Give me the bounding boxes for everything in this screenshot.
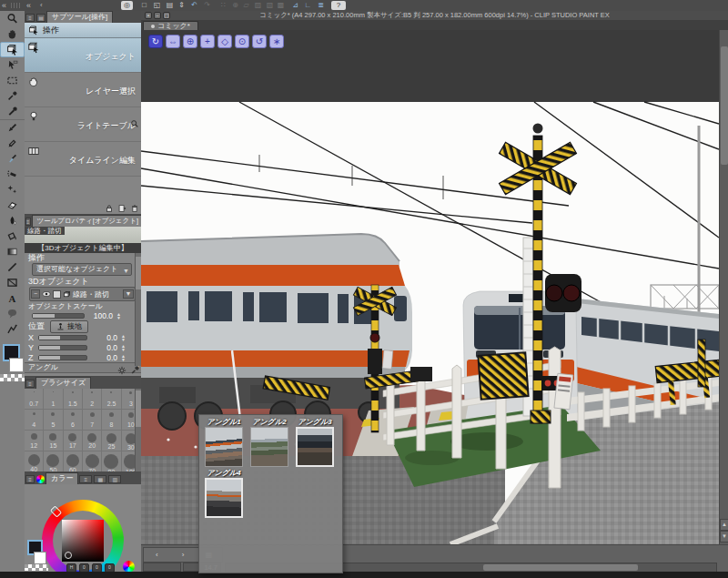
y-slider[interactable] <box>38 345 87 350</box>
collapse-panel-icon[interactable]: « <box>26 0 31 11</box>
object-checkbox[interactable] <box>53 290 61 299</box>
mesh-icon[interactable]: ▩ <box>275 1 287 10</box>
y-stepper[interactable]: ▲▼ <box>121 344 126 351</box>
tool-pen[interactable] <box>0 119 25 136</box>
lasso-icon[interactable]: ▱ <box>240 1 252 10</box>
object-settings-icon[interactable]: ∗ <box>269 35 284 48</box>
background-color-swatch[interactable] <box>34 552 46 564</box>
tool-eyedropper[interactable] <box>0 104 25 119</box>
tool-select-layer[interactable] <box>0 57 25 73</box>
brush-size-cell[interactable]: 40 <box>25 451 44 472</box>
z-stepper[interactable]: ▲▼ <box>121 354 126 361</box>
tool-airbrush[interactable] <box>0 167 25 182</box>
brush-size-cell[interactable]: 12 <box>25 431 44 451</box>
scatter-icon[interactable]: ∷ <box>217 1 229 10</box>
brush-size-cell[interactable]: 60 <box>64 451 83 472</box>
tool-text[interactable]: A <box>0 290 25 306</box>
scale-slider[interactable] <box>32 313 85 319</box>
selectable-object-dropdown[interactable]: 選択可能なオブジェクト ▼ <box>32 263 132 276</box>
sv-cursor[interactable] <box>65 552 72 559</box>
new-file-icon[interactable]: □ <box>138 1 150 10</box>
tool-fill[interactable] <box>0 228 25 244</box>
brush-size-cell[interactable]: 2 <box>83 389 102 410</box>
object-rotate-y-icon[interactable]: ◇ <box>217 35 232 48</box>
brush-size-cell[interactable]: 6 <box>64 410 83 431</box>
camera-pan-icon[interactable]: ⇔ <box>166 35 180 48</box>
prev-page-icon[interactable]: ‹ <box>149 550 164 561</box>
tool-auto-select[interactable] <box>0 88 25 104</box>
chevron-down-icon[interactable]: ▼ <box>123 289 134 299</box>
snap-grid-icon[interactable]: ≣ <box>315 1 327 10</box>
object-rotate-icon[interactable]: ⊙ <box>235 35 249 48</box>
minimize-icon[interactable]: − <box>154 12 161 19</box>
new-subtool-icon[interactable] <box>117 204 126 213</box>
3d-object-row[interactable]: − 線路・踏切 ▼ <box>29 287 136 301</box>
brush-size-cell[interactable]: 5 <box>44 410 63 431</box>
tool-property-scrollbar[interactable] <box>135 253 141 366</box>
brush-size-cell[interactable]: 4 <box>25 410 44 431</box>
trash-icon[interactable] <box>130 204 139 213</box>
subtool-item-timeline-edit[interactable]: タイムライン編集 <box>25 142 141 177</box>
close-icon[interactable]: × <box>145 12 152 19</box>
help-icon[interactable]: ? <box>331 1 346 10</box>
tool-gradient[interactable] <box>0 244 25 259</box>
object-pan-icon[interactable]: ↺ <box>252 35 267 48</box>
tool-frame-border[interactable] <box>0 275 25 290</box>
tool-balloon[interactable] <box>0 306 25 321</box>
x-slider[interactable] <box>38 335 87 340</box>
panel-menu-icon[interactable]: ≡ <box>25 14 35 22</box>
subtool-group-header[interactable]: 操作 <box>25 23 141 38</box>
toolbar-grip[interactable] <box>11 3 22 8</box>
transparent-color-swatch[interactable] <box>0 374 25 381</box>
color-tab[interactable]: カラー <box>46 472 78 484</box>
brush-size-cell[interactable]: 8 <box>102 410 121 431</box>
lock-icon[interactable] <box>105 204 114 213</box>
tool-eraser[interactable] <box>0 198 25 213</box>
brush-size-cell[interactable]: 80 <box>102 451 121 472</box>
save-file-icon[interactable]: ▤ <box>164 1 176 10</box>
clip-studio-logo-icon[interactable]: ◎ <box>121 1 133 10</box>
tool-marquee[interactable] <box>0 73 25 88</box>
tool-decoration[interactable] <box>0 182 25 198</box>
wrench-icon[interactable] <box>130 366 139 375</box>
camera-rotate-icon[interactable]: ↻ <box>148 35 163 48</box>
scroll-up-icon[interactable]: ▲ <box>720 519 728 531</box>
redo-icon[interactable]: ↷ <box>201 1 213 10</box>
undo-icon[interactable]: ↶ <box>188 1 200 10</box>
brush-size-cell[interactable]: 0.7 <box>25 389 44 410</box>
maximize-icon[interactable]: ▢ <box>163 12 170 19</box>
brush-size-cell[interactable]: 50 <box>44 451 63 472</box>
brush-size-cell[interactable]: 20 <box>83 431 102 451</box>
eye-icon[interactable] <box>42 290 51 298</box>
brush-size-cell[interactable]: 2.5 <box>102 389 121 410</box>
brush-size-cell[interactable]: 25 <box>102 431 121 451</box>
vertical-scrollbar[interactable]: ▲ ▼ <box>719 30 728 544</box>
panel-menu-icon[interactable]: ≡ <box>25 218 31 226</box>
subtool-item-select-layer[interactable]: レイヤー選択 <box>25 73 141 107</box>
vertical-scrollbar-handle[interactable] <box>721 46 728 165</box>
collapse-toolbar-icon[interactable]: « <box>2 0 6 11</box>
brush-size-cell[interactable]: 17 <box>64 431 83 451</box>
brush-size-cell[interactable]: 15 <box>44 431 63 451</box>
ground-button[interactable]: 接地 <box>50 320 88 333</box>
camera-zoom-icon[interactable]: ⊕ <box>183 35 197 48</box>
brush-size-tab[interactable]: ブラシサイズ <box>35 377 91 389</box>
z-slider[interactable] <box>38 355 87 360</box>
tool-blend[interactable] <box>0 213 25 228</box>
angle-item-2[interactable]: アングル2 <box>248 418 291 467</box>
material-preview[interactable]: 線路・踏切 <box>25 227 141 243</box>
brush-size-scrollbar[interactable] <box>135 389 141 472</box>
open-file-icon[interactable]: ◱ <box>151 1 163 10</box>
panel-menu-icon[interactable]: ≡ <box>25 380 35 388</box>
transparent-color-swatch[interactable] <box>25 564 48 571</box>
background-color-swatch[interactable] <box>9 358 24 372</box>
brush-size-cell[interactable]: 70 <box>83 451 102 472</box>
x-stepper[interactable]: ▲▼ <box>121 334 126 341</box>
color-history-tab-icon[interactable]: ▥ <box>108 475 121 483</box>
snap-special-ruler-icon[interactable]: ∟ <box>302 1 314 10</box>
angle-item-3[interactable]: アングル3 <box>293 418 337 467</box>
brush-size-cell[interactable]: 1 <box>44 389 63 410</box>
angle-item-4[interactable]: アングル4 <box>202 469 246 518</box>
panel-back-icon[interactable]: ‹ <box>40 0 43 11</box>
scroll-down-icon[interactable]: ▼ <box>720 531 728 543</box>
